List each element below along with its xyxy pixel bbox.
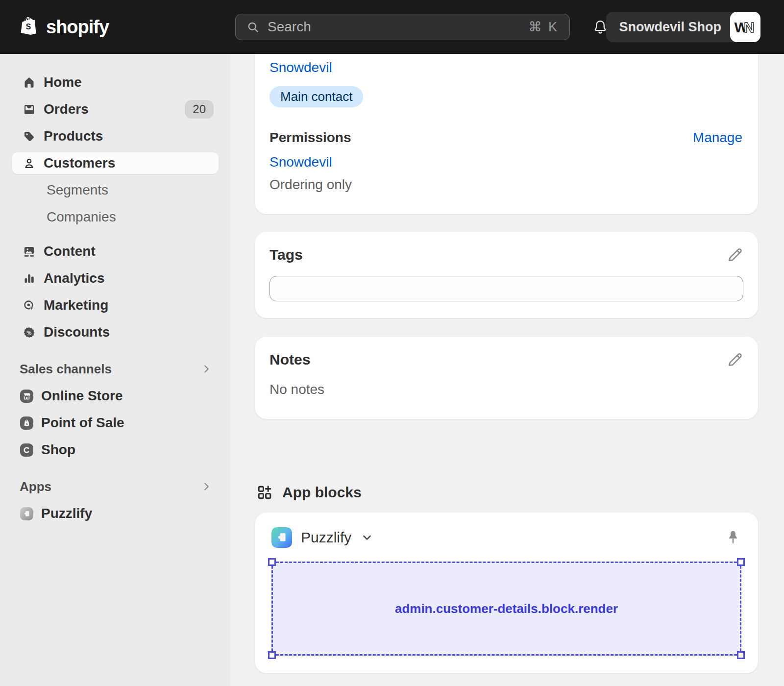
- chevron-down-icon[interactable]: [361, 532, 373, 543]
- shop-switcher-button[interactable]: Snowdevil Shop W N: [606, 12, 760, 42]
- notes-title: Notes: [270, 351, 310, 368]
- orders-icon: [23, 103, 36, 116]
- sidebar-item-segments[interactable]: Segments: [12, 179, 219, 201]
- company-link[interactable]: Snowdevil: [270, 60, 332, 75]
- sidebar-subitem-label: Companies: [47, 209, 116, 225]
- orders-count-badge: 20: [185, 100, 214, 119]
- notes-empty-text: No notes: [270, 382, 743, 397]
- sales-channels-section-header[interactable]: Sales channels: [12, 358, 219, 380]
- block-target-label: admin.customer-details.block.render: [395, 601, 618, 616]
- analytics-icon: [23, 272, 36, 285]
- point-of-sale-icon: S: [20, 416, 33, 430]
- marketing-icon: [23, 299, 36, 312]
- puzzlify-app-icon: [271, 527, 292, 548]
- svg-text:%: %: [26, 330, 31, 336]
- app-block-render-zone[interactable]: admin.customer-details.block.render: [271, 562, 741, 656]
- manage-permissions-link[interactable]: Manage: [693, 130, 742, 146]
- sidebar-item-label: Orders: [44, 101, 89, 117]
- section-label: Apps: [20, 479, 51, 494]
- puzzlify-app-icon-gray: [20, 507, 33, 520]
- sidebar-item-point-of-sale[interactable]: S Point of Sale: [12, 412, 219, 434]
- sidebar-item-products[interactable]: Products: [12, 125, 219, 147]
- tags-title: Tags: [270, 246, 303, 263]
- shop-avatar: W N: [730, 12, 760, 42]
- search-icon: [246, 21, 260, 34]
- main-contact-badge: Main contact: [270, 86, 363, 107]
- sidebar-item-label: Discounts: [44, 324, 110, 340]
- sidebar-item-label: Customers: [44, 155, 115, 171]
- sidebar-item-label: Analytics: [44, 270, 105, 286]
- sidebar-item-online-store[interactable]: Online Store: [12, 385, 219, 407]
- shopify-logo: S shopify: [20, 0, 109, 54]
- app-blocks-header: App blocks: [255, 484, 758, 501]
- resize-handle-bottom-left[interactable]: [268, 651, 276, 659]
- resize-handle-top-right[interactable]: [737, 558, 745, 566]
- sidebar-item-analytics[interactable]: Analytics: [12, 268, 219, 289]
- sidebar-item-label: Marketing: [44, 297, 108, 313]
- section-label: Sales channels: [20, 362, 112, 377]
- sidebar-item-label: Puzzlify: [41, 506, 92, 521]
- sidebar-subitem-label: Segments: [47, 182, 108, 198]
- svg-text:N: N: [744, 19, 755, 35]
- app-blocks-title: App blocks: [282, 484, 362, 501]
- products-tag-icon: [23, 130, 36, 143]
- sidebar-item-marketing[interactable]: Marketing: [12, 294, 219, 316]
- online-store-icon: [20, 390, 33, 403]
- pin-icon[interactable]: [725, 529, 741, 546]
- edit-notes-pencil-icon[interactable]: [727, 351, 743, 368]
- tags-card: Tags: [255, 232, 758, 318]
- sidebar-item-label: Content: [44, 244, 96, 259]
- svg-text:S: S: [26, 422, 28, 425]
- shop-channel-icon: [20, 443, 33, 457]
- sidebar-item-customers[interactable]: Customers: [12, 152, 219, 174]
- sidebar-item-home[interactable]: Home: [12, 72, 219, 93]
- search-shortcut: ⌘ K: [528, 19, 559, 35]
- tags-input[interactable]: [270, 276, 743, 301]
- resize-handle-bottom-right[interactable]: [737, 651, 745, 659]
- sidebar-item-label: Point of Sale: [41, 415, 124, 431]
- sidebar-item-puzzlify[interactable]: Puzzlify: [12, 503, 219, 524]
- content-icon: [23, 245, 36, 258]
- app-block-app-name: Puzzlify: [301, 529, 351, 546]
- shopify-wordmark: shopify: [46, 17, 109, 38]
- customers-icon: [23, 157, 36, 170]
- discounts-icon: %: [23, 326, 36, 339]
- notes-card: Notes No notes: [255, 337, 758, 419]
- sidebar-item-content[interactable]: Content: [12, 241, 219, 262]
- sidebar-item-companies[interactable]: Companies: [12, 206, 219, 228]
- svg-text:S: S: [26, 23, 31, 31]
- topbar: S shopify Search ⌘ K Snowdevil Shop W N: [0, 0, 784, 54]
- shopify-bag-icon: S: [20, 15, 41, 39]
- sidebar-item-orders[interactable]: Orders 20: [12, 98, 219, 120]
- permissions-company-link[interactable]: Snowdevil: [270, 154, 332, 170]
- edit-tags-pencil-icon[interactable]: [727, 246, 743, 263]
- permissions-title: Permissions: [270, 130, 351, 146]
- sidebar-item-label: Home: [44, 74, 82, 90]
- shop-name: Snowdevil Shop: [619, 20, 721, 35]
- apps-section-header[interactable]: Apps: [12, 476, 219, 497]
- search-placeholder: Search: [268, 19, 520, 35]
- sidebar-item-label: Online Store: [41, 388, 122, 404]
- sidebar: Home Orders 20 Products Customers: [0, 54, 230, 686]
- permissions-value: Ordering only: [270, 177, 742, 193]
- chevron-right-icon: [201, 364, 212, 374]
- app-blocks-icon: [257, 485, 272, 500]
- search-input[interactable]: Search ⌘ K: [235, 14, 570, 40]
- sidebar-item-discounts[interactable]: % Discounts: [12, 321, 219, 343]
- sidebar-item-label: Products: [44, 128, 103, 144]
- home-icon: [23, 76, 36, 89]
- company-card: Snowdevil Main contact Permissions Manag…: [255, 54, 758, 214]
- app-blocks-card: Puzzlify admin.customer-details.block.re…: [255, 513, 758, 673]
- resize-handle-top-left[interactable]: [268, 558, 276, 566]
- chevron-right-icon: [201, 481, 212, 492]
- sidebar-item-label: Shop: [41, 442, 75, 458]
- main-content: Snowdevil Main contact Permissions Manag…: [230, 54, 784, 686]
- sidebar-item-shop[interactable]: Shop: [12, 439, 219, 461]
